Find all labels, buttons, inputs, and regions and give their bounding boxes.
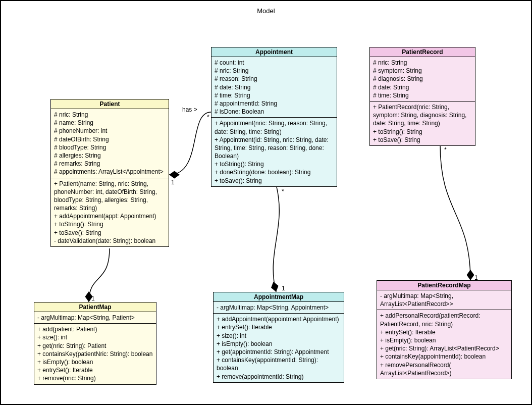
mult-one-1: 1 bbox=[171, 179, 175, 186]
member-line: - dateValidation(date: String): boolean bbox=[54, 237, 166, 245]
class-title: AppointmentMap bbox=[214, 292, 344, 302]
member-line: + containsKey(appointmentId: String): bo… bbox=[217, 356, 341, 372]
member-line: + entrySet(): Iterable bbox=[380, 328, 508, 336]
class-title: PatientRecordMap bbox=[377, 281, 511, 290]
class-methods: + addPersonalRecord(patientRecord: Patie… bbox=[377, 310, 511, 379]
member-line: + toString(): String bbox=[215, 160, 334, 168]
member-line: # dateOfBirth: String bbox=[54, 135, 166, 143]
member-line: + toSave(): String bbox=[215, 177, 334, 185]
mult-star-1: * bbox=[207, 114, 209, 121]
class-attrs: - argMultimap: Map<String, Patient> bbox=[34, 312, 156, 324]
class-attrs: # count: int# nric: String# reason: Stri… bbox=[211, 57, 337, 118]
member-line: # isDone: Boolean bbox=[215, 108, 334, 116]
class-title: PatientMap bbox=[34, 302, 156, 312]
member-line: + addAppointment(appointment:Appointment… bbox=[217, 315, 341, 323]
member-line: - argMultimap: Map<String, Patient> bbox=[37, 314, 153, 322]
member-line: - argMultimap: Map<String, ArrayList<Pat… bbox=[380, 292, 508, 308]
member-line: # appointmentId: String bbox=[215, 99, 334, 108]
class-appointment: Appointment # count: int# nric: String# … bbox=[211, 47, 337, 187]
class-patient: Patient # nric: String# name: String# ph… bbox=[50, 99, 169, 247]
member-line: + get(nric: String): Patient bbox=[37, 342, 153, 350]
class-title: Appointment bbox=[211, 47, 337, 57]
member-line: + toSave(): String bbox=[54, 229, 166, 237]
member-line: + containsKey(appointmentId): boolean bbox=[380, 352, 508, 361]
class-patientrecordmap: PatientRecordMap - argMultimap: Map<Stri… bbox=[377, 280, 512, 379]
member-line: + remove(appointmentId: String) bbox=[217, 373, 341, 381]
member-line: + add(patient: Patient) bbox=[37, 325, 153, 333]
member-line: + PatientRecord(nric: String, symptom: S… bbox=[373, 103, 472, 128]
class-methods: + addAppointment(appointment:Appointment… bbox=[214, 314, 344, 382]
mult-one-3: 1 bbox=[282, 285, 285, 292]
member-line: # phoneNumber: int bbox=[54, 127, 166, 135]
member-line: # appointments: ArrayList<Appointment> bbox=[54, 168, 166, 176]
member-line: + size(): int bbox=[217, 332, 341, 340]
class-attrs: # nric: String# symptom: String# diagnos… bbox=[370, 57, 475, 102]
class-patientrecord: PatientRecord # nric: String# symptom: S… bbox=[369, 47, 475, 146]
member-line: # name: String bbox=[54, 119, 166, 127]
mult-one-2: 1 bbox=[91, 295, 95, 302]
class-methods: + Patient(name: String, nric: String, ph… bbox=[51, 178, 169, 247]
member-line: + addPersonalRecord(patientRecord: Patie… bbox=[380, 312, 508, 328]
member-line: + toSave(): String bbox=[373, 136, 472, 144]
class-methods: + Appointment(nric: String, reason: Stri… bbox=[211, 118, 337, 186]
member-line: + get(nric: String): ArrayList<PatientRe… bbox=[380, 344, 508, 352]
member-line: + isEmpty(): boolean bbox=[217, 340, 341, 348]
member-line: # nric: String bbox=[54, 111, 166, 119]
member-line: + toString(): String bbox=[54, 220, 166, 228]
member-line: + entrySet(): Iterable bbox=[37, 366, 153, 374]
member-line: # date: String bbox=[215, 83, 334, 91]
member-line: + remove(nric: String) bbox=[37, 374, 153, 382]
member-line: - argMultimap: Map<String, Appointment> bbox=[217, 303, 341, 312]
member-line: + toString(): String bbox=[373, 128, 472, 136]
member-line: # nric: String bbox=[215, 67, 334, 75]
class-appointmentmap: AppointmentMap - argMultimap: Map<String… bbox=[213, 292, 344, 383]
mult-star-4: * bbox=[444, 146, 447, 154]
member-line: + size(): int bbox=[37, 333, 153, 341]
member-line: # allergies: String bbox=[54, 151, 166, 160]
class-attrs: # nric: String# name: String# phoneNumbe… bbox=[51, 109, 169, 178]
model-frame: Model has > * 1 * 1 * 1 * 1 Patient # nr… bbox=[0, 0, 532, 405]
member-line: # time: String bbox=[215, 91, 334, 99]
member-line: # symptom: String bbox=[373, 67, 472, 75]
member-line: + isEmpty(): boolean bbox=[380, 336, 508, 344]
member-line: # time: String bbox=[373, 91, 472, 99]
member-line: + Appointment(id: String, nric: String, … bbox=[215, 136, 334, 161]
class-attrs: - argMultimap: Map<String, ArrayList<Pat… bbox=[377, 290, 511, 310]
class-attrs: - argMultimap: Map<String, Appointment> bbox=[214, 302, 344, 314]
member-line: # remarks: String bbox=[54, 160, 166, 168]
class-title: PatientRecord bbox=[370, 47, 475, 57]
class-methods: + add(patient: Patient)+ size(): int+ ge… bbox=[34, 324, 156, 384]
member-line: + containsKey(patientNric: String): bool… bbox=[37, 350, 153, 358]
frame-title: Model bbox=[1, 7, 531, 15]
member-line: + Appointment(nric: String, reason: Stri… bbox=[215, 119, 334, 135]
member-line: + Patient(name: String, nric: String, ph… bbox=[54, 180, 166, 213]
member-line: # date: String bbox=[373, 83, 472, 91]
member-line: # count: int bbox=[215, 59, 334, 67]
member-line: + doneString(done: boolean): String bbox=[215, 168, 334, 176]
mult-star-3: * bbox=[282, 188, 284, 195]
class-title: Patient bbox=[51, 99, 169, 109]
member-line: + removePersonalRecord( ArrayList<Patien… bbox=[380, 361, 508, 377]
assoc-label-has: has > bbox=[182, 106, 197, 113]
member-line: + get(appointmentId: String): Appointmen… bbox=[217, 348, 341, 356]
member-line: + entrySet(): Iterable bbox=[217, 323, 341, 331]
member-line: # bloodType: String bbox=[54, 143, 166, 151]
class-methods: + PatientRecord(nric: String, symptom: S… bbox=[370, 102, 475, 145]
class-patientmap: PatientMap - argMultimap: Map<String, Pa… bbox=[34, 302, 156, 385]
member-line: + addAppointment(appt: Appointment) bbox=[54, 212, 166, 220]
member-line: # nric: String bbox=[373, 59, 472, 67]
member-line: + isEmpty(): boolean bbox=[37, 358, 153, 366]
member-line: # reason: String bbox=[215, 75, 334, 83]
member-line: # diagnosis: String bbox=[373, 75, 472, 83]
